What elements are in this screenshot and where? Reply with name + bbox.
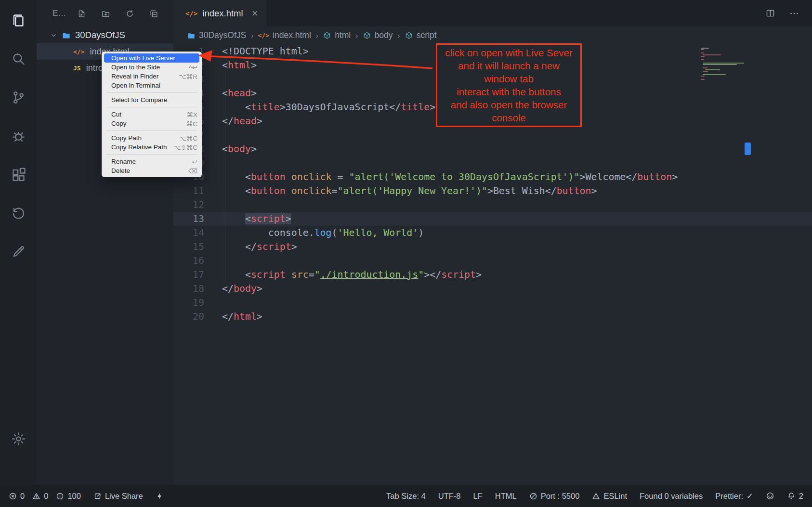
- line-number[interactable]: 18: [173, 282, 204, 296]
- line-number[interactable]: 16: [173, 254, 204, 268]
- breadcrumb-item-html[interactable]: html: [323, 30, 351, 40]
- line-number[interactable]: 15: [173, 240, 204, 254]
- new-folder-icon[interactable]: [101, 9, 110, 18]
- minimap-line: [701, 56, 705, 57]
- code-line-7[interactable]: 7: [173, 128, 812, 142]
- code-line-14[interactable]: 14 console.log('Hello, World'): [173, 226, 812, 240]
- vscode-window: E… 30DaysOfJS </>index.htmlJSintroductio…: [0, 0, 812, 507]
- warning-icon: [32, 492, 40, 500]
- language-status[interactable]: HTML: [495, 492, 517, 501]
- annotation-line: console: [439, 111, 578, 124]
- menu-item-reveal-in-finder[interactable]: Reveal in Finder⌥⌘R: [102, 72, 202, 81]
- menu-item-open-in-terminal[interactable]: Open in Terminal: [102, 81, 202, 90]
- history-icon[interactable]: [0, 194, 37, 232]
- encoding-status[interactable]: UTF-8: [438, 492, 461, 501]
- breadcrumb-item-script[interactable]: script: [405, 30, 437, 40]
- variables-status[interactable]: Found 0 variables: [640, 492, 703, 501]
- minimap-line: [703, 67, 707, 68]
- minimap[interactable]: [701, 48, 745, 81]
- settings-gear-icon[interactable]: [0, 419, 37, 458]
- info-status[interactable]: 100: [56, 492, 81, 501]
- editor-actions: [765, 0, 812, 26]
- code-line-13[interactable]: 13 <script>: [173, 212, 812, 226]
- close-icon[interactable]: ×: [252, 8, 258, 19]
- extensions-icon[interactable]: [0, 155, 37, 194]
- menu-separator: [106, 107, 197, 107]
- line-number[interactable]: 11: [173, 184, 204, 198]
- eol-status[interactable]: LF: [473, 492, 482, 501]
- prettier-status[interactable]: Prettier: ✓: [715, 492, 753, 501]
- line-number[interactable]: 17: [173, 268, 204, 282]
- menu-item-open-to-the-side[interactable]: Open to the Side^↩: [102, 63, 202, 72]
- code-line-9[interactable]: 9: [173, 156, 812, 170]
- line-number[interactable]: 19: [173, 296, 204, 310]
- menu-item-copy[interactable]: Copy⌘C: [102, 119, 202, 128]
- collapse-all-icon[interactable]: [149, 9, 158, 18]
- menu-item-select-for-compare[interactable]: Select for Compare: [102, 95, 202, 104]
- code-line-8[interactable]: 8<body>: [173, 142, 812, 156]
- folder-icon: [187, 31, 196, 40]
- line-number[interactable]: 14: [173, 226, 204, 240]
- port-status[interactable]: Port : 5500: [529, 492, 580, 501]
- run-debug-icon[interactable]: [0, 117, 37, 155]
- menu-item-delete[interactable]: Delete⌫: [102, 166, 202, 175]
- menu-item-copy-relative-path[interactable]: Copy Relative Path⌥⇧⌘C: [102, 143, 202, 152]
- breadcrumb-item-project[interactable]: 30DaysOfJS: [187, 30, 246, 40]
- breadcrumb-item-body[interactable]: body: [363, 30, 393, 40]
- breadcrumb-separator: ›: [315, 30, 318, 41]
- info-icon: [56, 492, 64, 500]
- minimap-line: [703, 63, 744, 64]
- code-line-11[interactable]: 11 <button onclick="alert('Happy New Yea…: [173, 184, 812, 198]
- code-line-17[interactable]: 17 <script src="./introduction.js"></scr…: [173, 268, 812, 282]
- more-actions-icon[interactable]: [789, 8, 799, 19]
- line-number[interactable]: 20: [173, 310, 204, 324]
- code-line-20[interactable]: 20</html>: [173, 310, 812, 324]
- annotation-line: and it will launch a new: [439, 59, 578, 72]
- symbol-cube-icon: [405, 31, 413, 40]
- breadcrumb-separator: ›: [397, 30, 400, 41]
- warnings-status[interactable]: 0: [32, 492, 48, 501]
- split-editor-icon[interactable]: [765, 8, 775, 18]
- code-line-12[interactable]: 12: [173, 198, 812, 212]
- menu-item-copy-path[interactable]: Copy Path⌥⌘C: [102, 133, 202, 143]
- breadcrumb-item-file[interactable]: </> index.html: [258, 30, 311, 40]
- refresh-icon[interactable]: [125, 9, 134, 18]
- tab-bar: </> index.html ×: [173, 0, 812, 26]
- folder-30daysofjs[interactable]: 30DaysOfJS: [37, 27, 173, 43]
- explorer-title: E…: [52, 9, 66, 18]
- live-share-status[interactable]: Live Share: [93, 492, 143, 501]
- search-icon[interactable]: [0, 39, 37, 78]
- activity-bar: [0, 0, 37, 485]
- bolt-status[interactable]: [156, 492, 164, 500]
- edit-session-icon[interactable]: [0, 232, 37, 271]
- html-file-icon: </>: [185, 10, 197, 17]
- tab-size-status[interactable]: Tab Size: 4: [386, 492, 426, 501]
- menu-item-open-with-live-server[interactable]: Open with Live Server: [104, 53, 199, 63]
- menu-item-rename[interactable]: Rename↩: [102, 157, 202, 166]
- tab-label: index.html: [202, 8, 243, 19]
- feedback-status[interactable]: [766, 492, 774, 500]
- tab-index-html[interactable]: </> index.html ×: [173, 0, 266, 26]
- annotation-box: click on open with Live Severand it will…: [436, 43, 582, 127]
- scroll-decoration[interactable]: [745, 143, 751, 155]
- source-control-icon[interactable]: [0, 78, 37, 117]
- minimap-line: [701, 66, 745, 67]
- menu-separator: [106, 130, 197, 131]
- new-file-icon[interactable]: [77, 9, 86, 18]
- code-line-10[interactable]: 10 <button onclick = "alert('Welcome to …: [173, 170, 812, 184]
- code-file-icon: </>: [258, 32, 269, 39]
- line-number[interactable]: 12: [173, 198, 204, 212]
- chevron-down-icon: [50, 32, 57, 39]
- code-line-15[interactable]: 15 </script>: [173, 240, 812, 254]
- code-line-19[interactable]: 19: [173, 296, 812, 310]
- eslint-status[interactable]: ESLint: [592, 492, 627, 501]
- line-number[interactable]: 13: [173, 212, 204, 226]
- explorer-icon[interactable]: [0, 1, 37, 39]
- code-line-16[interactable]: 16: [173, 254, 812, 268]
- notifications-status[interactable]: 2: [787, 492, 803, 501]
- errors-status[interactable]: 0: [9, 492, 25, 501]
- menu-separator: [106, 154, 197, 155]
- code-line-18[interactable]: 18</body>: [173, 282, 812, 296]
- bell-icon: [787, 492, 796, 500]
- menu-item-cut[interactable]: Cut⌘X: [102, 110, 202, 119]
